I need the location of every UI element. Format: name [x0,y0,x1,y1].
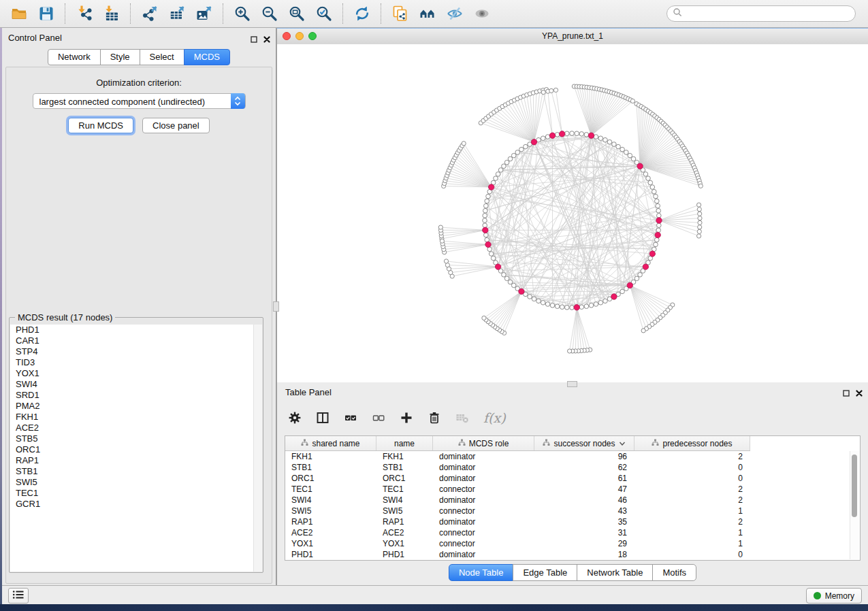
tab-node-table[interactable]: Node Table [449,564,514,581]
function-builder-icon[interactable]: f(x) [483,410,506,425]
deselect-all-icon[interactable] [372,411,385,425]
first-neighbors-icon[interactable] [414,3,441,24]
float-panel-icon[interactable] [251,33,257,46]
table-cell[interactable]: 35 [534,516,634,527]
optimization-criterion-select[interactable]: largest connected component (undirected) [33,93,246,109]
table-cell[interactable]: 2 [634,484,750,495]
table-cell[interactable]: RAP1 [285,516,376,527]
table-cell[interactable]: 18 [534,549,634,560]
show-columns-icon[interactable] [316,411,329,425]
table-cell[interactable]: dominator [433,495,534,506]
column-header-predecessor-nodes[interactable]: predecessor nodes [634,436,750,450]
table-row[interactable]: STB1STB1dominator620 [285,462,860,473]
column-header-MCDS-role[interactable]: MCDS role [433,436,534,450]
table-row[interactable]: TEC1TEC1connector472 [285,484,860,495]
table-cell[interactable]: dominator [433,516,534,527]
table-cell[interactable]: connector [433,527,534,538]
run-mcds-button[interactable]: Run MCDS [68,118,133,133]
hide-selected-icon[interactable] [441,3,468,24]
table-cell[interactable]: 47 [534,484,634,495]
mcds-node-item[interactable]: RAP1 [10,455,262,466]
table-cell[interactable]: ORC1 [285,473,376,484]
mcds-node-item[interactable]: PHD1 [10,325,262,335]
table-cell[interactable]: PHD1 [376,549,433,560]
table-cell[interactable]: STB1 [376,462,433,473]
table-row[interactable]: YOX1YOX1connector291 [285,538,860,549]
table-row[interactable]: PHD1PHD1dominator180 [285,549,860,560]
table-cell[interactable]: SWI5 [285,506,376,516]
tab-network[interactable]: Network [48,49,101,65]
mcds-node-item[interactable]: ACE2 [10,423,262,433]
window-minimize-traffic-light[interactable] [295,32,304,40]
table-cell[interactable]: STB1 [285,462,376,473]
table-cell[interactable]: dominator [433,462,534,473]
table-cell[interactable]: 2 [634,451,750,462]
table-cell[interactable]: 96 [534,451,634,462]
window-zoom-traffic-light[interactable] [308,32,317,40]
table-cell[interactable]: FKH1 [376,451,433,462]
tab-edge-table[interactable]: Edge Table [513,564,577,581]
table-cell[interactable]: 2 [634,516,750,527]
close-table-panel-icon[interactable] [856,387,863,399]
table-row[interactable]: RAP1RAP1dominator352 [285,516,860,527]
open-file-icon[interactable] [5,3,33,24]
search-input[interactable] [682,8,855,19]
delete-row-icon[interactable] [428,411,441,425]
copy-network-icon[interactable] [387,3,414,24]
mcds-node-item[interactable]: YOX1 [10,368,262,379]
table-row[interactable]: ORC1ORC1dominator610 [285,473,860,484]
float-table-panel-icon[interactable] [843,387,850,399]
tab-style[interactable]: Style [100,49,140,65]
zoom-out-icon[interactable] [256,3,283,24]
table-cell[interactable]: YOX1 [376,538,433,549]
table-cell[interactable]: SWI5 [376,506,433,516]
select-all-icon[interactable] [344,411,357,425]
column-header-shared-name[interactable]: shared name [285,436,376,450]
network-graph[interactable] [277,44,868,382]
tab-network-table[interactable]: Network Table [577,564,653,581]
mcds-node-item[interactable]: PMA2 [10,401,262,412]
table-cell[interactable]: RAP1 [376,516,433,527]
save-session-icon[interactable] [33,3,60,24]
table-cell[interactable]: TEC1 [285,484,376,495]
mcds-node-item[interactable]: SWI4 [10,379,262,390]
mcds-node-item[interactable]: TEC1 [10,488,262,499]
table-cell[interactable]: 0 [634,549,750,560]
table-cell[interactable]: connector [433,506,534,516]
table-cell[interactable]: 61 [534,473,634,484]
import-table-icon[interactable] [98,3,125,24]
window-close-traffic-light[interactable] [283,32,291,40]
table-row[interactable]: FKH1FKH1dominator962 [285,451,860,462]
mcds-node-item[interactable]: ORC1 [10,444,262,455]
mcds-node-item[interactable]: SWI5 [10,477,262,488]
settings-icon[interactable] [288,411,302,425]
zoom-in-icon[interactable] [229,3,256,24]
vertical-splitter-grip[interactable] [273,301,279,312]
network-canvas[interactable] [277,44,868,382]
table-cell[interactable]: dominator [433,451,534,462]
mcds-node-item[interactable]: STB5 [10,433,262,444]
add-row-icon[interactable] [400,411,413,425]
tab-select[interactable]: Select [140,49,184,65]
table-cell[interactable]: dominator [433,473,534,484]
tab-motifs[interactable]: Motifs [652,564,696,581]
task-history-button[interactable] [8,588,29,604]
table-cell[interactable]: connector [433,538,534,549]
table-cell[interactable]: 1 [634,527,750,538]
table-cell[interactable]: 1 [634,538,750,549]
table-cell[interactable]: SWI4 [285,495,376,506]
table-cell[interactable]: 31 [534,527,634,538]
close-panel-icon[interactable] [263,33,270,46]
table-cell[interactable]: 0 [634,473,750,484]
table-cell[interactable]: 62 [534,462,634,473]
table-cell[interactable]: dominator [433,549,534,560]
memory-button[interactable]: Memory [806,588,862,604]
table-cell[interactable]: ACE2 [285,527,376,538]
mcds-node-item[interactable]: TID3 [10,357,262,368]
table-cell[interactable]: SWI4 [376,495,433,506]
export-image-icon[interactable] [191,3,218,24]
table-cell[interactable]: ORC1 [376,473,433,484]
mcds-node-item[interactable]: STB1 [10,466,262,477]
mcds-result-list[interactable]: PHD1CAR1STP4TID3YOX1SWI4SRD1PMA2FKH1ACE2… [10,325,262,572]
mcds-node-item[interactable]: FKH1 [10,412,262,423]
